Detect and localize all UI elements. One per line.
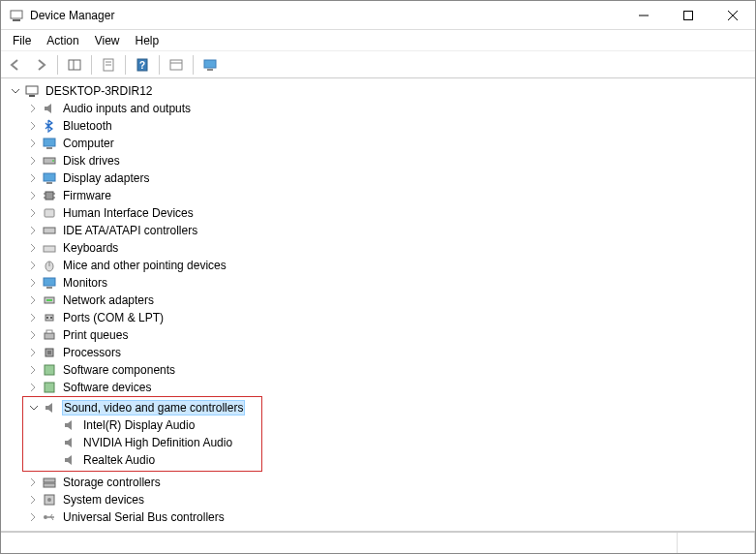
device-node[interactable]: NVIDIA High Definition Audio bbox=[23, 434, 261, 451]
category-label: Print queues bbox=[61, 328, 130, 342]
titlebar: Device Manager bbox=[1, 1, 755, 30]
expander-icon[interactable] bbox=[26, 102, 40, 115]
category-node[interactable]: Audio inputs and outputs bbox=[5, 100, 755, 117]
speaker-icon bbox=[42, 101, 57, 116]
category-sound[interactable]: Sound, video and game controllers bbox=[23, 399, 261, 416]
category-label: Monitors bbox=[61, 276, 109, 290]
category-node[interactable]: Display adapters bbox=[5, 169, 755, 187]
expander-icon[interactable] bbox=[9, 84, 22, 98]
minimize-button[interactable] bbox=[621, 1, 666, 29]
speaker-icon bbox=[62, 452, 77, 468]
show-hide-button[interactable] bbox=[63, 53, 86, 77]
category-node[interactable]: Print queues bbox=[5, 326, 755, 344]
expander-icon[interactable] bbox=[26, 171, 40, 185]
hid-icon bbox=[42, 205, 57, 221]
category-node[interactable]: Disk drives bbox=[5, 152, 755, 169]
svg-rect-3 bbox=[684, 11, 693, 19]
svg-rect-43 bbox=[45, 333, 54, 339]
expander-icon[interactable] bbox=[26, 476, 40, 489]
category-node[interactable]: Ports (COM & LPT) bbox=[5, 309, 755, 326]
category-label: Software components bbox=[61, 363, 177, 377]
expander-icon[interactable] bbox=[26, 154, 40, 168]
category-node[interactable]: IDE ATA/ATAPI controllers bbox=[5, 222, 755, 239]
menu-action[interactable]: Action bbox=[39, 32, 86, 49]
properties-button[interactable] bbox=[97, 53, 120, 77]
back-button[interactable] bbox=[4, 53, 27, 77]
svg-point-42 bbox=[50, 317, 52, 319]
expander-icon[interactable] bbox=[26, 224, 40, 237]
ide-icon bbox=[42, 223, 57, 238]
expander-icon[interactable] bbox=[26, 346, 40, 359]
category-node[interactable]: Human Interface Devices bbox=[5, 204, 755, 222]
category-label: Keyboards bbox=[61, 241, 120, 255]
cpu-icon bbox=[42, 345, 57, 360]
device-node[interactable]: Intel(R) Display Audio bbox=[23, 416, 261, 434]
expander-icon[interactable] bbox=[26, 311, 40, 324]
expander-icon[interactable] bbox=[26, 276, 40, 290]
svg-rect-16 bbox=[207, 69, 213, 71]
category-node[interactable]: Firmware bbox=[5, 187, 755, 204]
network-icon bbox=[42, 292, 57, 308]
category-label: Computer bbox=[61, 137, 116, 150]
category-node[interactable]: Monitors bbox=[5, 274, 755, 292]
maximize-button[interactable] bbox=[666, 1, 711, 29]
expander-icon[interactable] bbox=[26, 259, 40, 272]
device-label: Realtek Audio bbox=[81, 453, 157, 467]
device-node[interactable]: Realtek Audio bbox=[23, 451, 261, 469]
category-node[interactable]: Software devices bbox=[5, 379, 755, 396]
svg-rect-23 bbox=[44, 173, 55, 181]
expander-icon[interactable] bbox=[26, 493, 40, 507]
expander-icon[interactable] bbox=[26, 381, 40, 394]
close-button[interactable] bbox=[711, 1, 755, 29]
svg-rect-17 bbox=[26, 86, 38, 94]
category-label: Universal Serial Bus controllers bbox=[61, 510, 227, 524]
category-node[interactable]: Network adapters bbox=[5, 292, 755, 309]
expander-icon[interactable] bbox=[26, 328, 40, 342]
menu-view[interactable]: View bbox=[87, 32, 128, 49]
root-node[interactable]: DESKTOP-3RDIR12 bbox=[5, 82, 755, 100]
category-node[interactable]: Keyboards bbox=[5, 239, 755, 257]
expander-icon[interactable] bbox=[26, 206, 40, 220]
category-node[interactable]: Software components bbox=[5, 361, 755, 379]
mouse-icon bbox=[42, 258, 57, 273]
category-node[interactable]: Bluetooth bbox=[5, 117, 755, 135]
category-label: Firmware bbox=[61, 189, 113, 202]
help-button[interactable]: ? bbox=[131, 53, 154, 77]
category-node[interactable]: Mice and other pointing devices bbox=[5, 257, 755, 274]
category-label: Storage controllers bbox=[61, 476, 163, 489]
category-node[interactable]: Computer bbox=[5, 135, 755, 152]
menu-file[interactable]: File bbox=[5, 32, 39, 49]
device-tree[interactable]: DESKTOP-3RDIR12 Audio inputs and outputs… bbox=[1, 78, 755, 532]
category-label: Processors bbox=[61, 346, 123, 359]
monitor-button[interactable] bbox=[198, 53, 222, 77]
svg-point-41 bbox=[46, 317, 48, 319]
category-node[interactable]: Storage controllers bbox=[5, 474, 755, 491]
menu-help[interactable]: Help bbox=[128, 32, 167, 49]
bluetooth-icon bbox=[42, 118, 57, 134]
app-icon bbox=[9, 8, 24, 23]
speaker-icon bbox=[62, 435, 77, 450]
svg-rect-48 bbox=[45, 383, 54, 392]
window-title: Device Manager bbox=[30, 9, 621, 22]
svg-rect-15 bbox=[204, 60, 216, 68]
svg-rect-37 bbox=[46, 287, 52, 289]
forward-button[interactable] bbox=[29, 53, 52, 77]
category-node[interactable]: Processors bbox=[5, 344, 755, 361]
expander-icon[interactable] bbox=[26, 293, 40, 307]
svg-rect-31 bbox=[44, 228, 55, 233]
expander-icon[interactable] bbox=[26, 241, 40, 255]
category-label: Human Interface Devices bbox=[61, 206, 196, 220]
expander-icon[interactable] bbox=[26, 189, 40, 202]
svg-rect-46 bbox=[47, 351, 51, 354]
expander-icon[interactable] bbox=[26, 363, 40, 377]
category-node[interactable]: System devices bbox=[5, 491, 755, 508]
expander-icon[interactable] bbox=[26, 119, 40, 133]
expander-icon[interactable] bbox=[26, 137, 40, 150]
speaker-icon bbox=[43, 400, 58, 416]
scan-button[interactable] bbox=[165, 53, 188, 77]
software-icon bbox=[42, 380, 57, 395]
window-controls bbox=[621, 1, 755, 29]
category-node[interactable]: Universal Serial Bus controllers bbox=[5, 508, 755, 526]
expander-icon[interactable] bbox=[27, 401, 41, 415]
expander-icon[interactable] bbox=[26, 510, 40, 524]
